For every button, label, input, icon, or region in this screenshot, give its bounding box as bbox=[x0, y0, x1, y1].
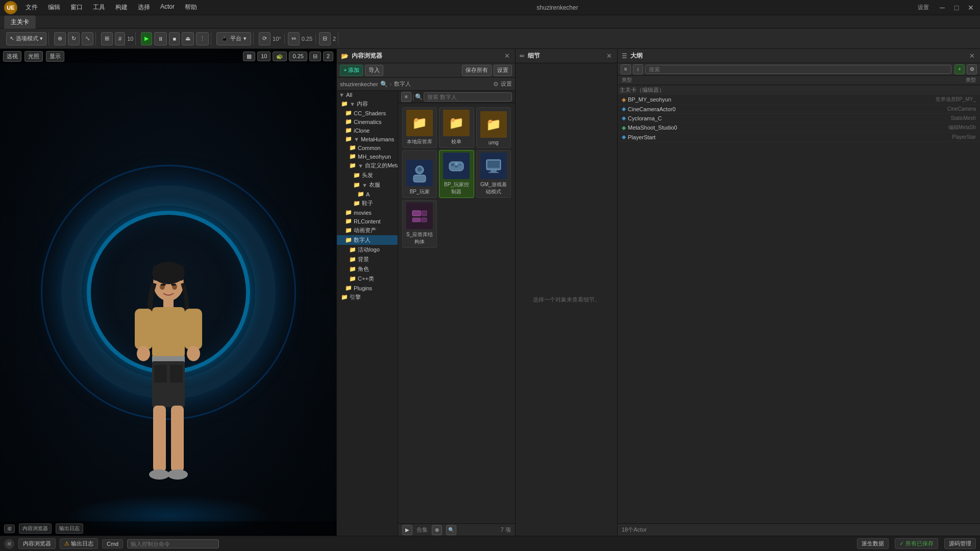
tree-item-content[interactable]: 📁 ▼ 内容 bbox=[337, 99, 398, 109]
output-log-btn[interactable]: ⚠ 输出日志 bbox=[60, 538, 98, 549]
outliner-add-btn[interactable]: + bbox=[954, 64, 965, 74]
path-search-icon[interactable]: 🔍 bbox=[380, 81, 388, 88]
stop-button[interactable]: ■ bbox=[169, 32, 180, 45]
content-browser-close[interactable]: ✕ bbox=[503, 52, 511, 60]
cb-settings-button[interactable]: 设置 bbox=[494, 65, 512, 76]
show-btn[interactable]: 显示 bbox=[46, 51, 64, 62]
outline-item-playerstart[interactable]: ◆ PlayerStart PlayerStar bbox=[618, 133, 980, 142]
asset-bp-controller[interactable]: BP_玩家控制器 bbox=[439, 150, 474, 198]
tree-item-metahumans[interactable]: 📁 ▼ MetaHumans bbox=[337, 135, 398, 143]
rotation-snap-button[interactable]: ⟳ bbox=[259, 32, 271, 45]
console-input[interactable] bbox=[127, 539, 219, 548]
perspective-btn[interactable]: 选视 bbox=[3, 51, 21, 62]
tree-item-mh[interactable]: 📁 MH_seohyun bbox=[337, 152, 398, 161]
tree-item-clothes[interactable]: 📁 ▼ 衣服 bbox=[337, 180, 398, 190]
search-input[interactable] bbox=[424, 92, 512, 102]
details-close[interactable]: ✕ bbox=[605, 52, 613, 60]
outliner-group-main[interactable]: 主关卡（编辑器） bbox=[618, 85, 980, 95]
menu-edit[interactable]: 编辑 bbox=[44, 2, 64, 13]
tab-main-level[interactable]: 主关卡 bbox=[4, 15, 36, 29]
rotate-button[interactable]: ↻ bbox=[68, 32, 80, 45]
asset-gm-mode[interactable]: GM_游戏基础模式 bbox=[476, 150, 511, 198]
content-browser-badge[interactable]: 内容浏览器 bbox=[19, 523, 52, 534]
eject-button[interactable]: ⏏ bbox=[182, 32, 194, 45]
path-root[interactable]: shuzirenkecher bbox=[340, 81, 378, 87]
outliner-settings-btn[interactable]: ⚙ bbox=[967, 64, 977, 74]
path-digital-human[interactable]: 数字人 bbox=[394, 80, 411, 88]
speed-btn[interactable]: 🐢 bbox=[273, 52, 287, 61]
outline-item-bp-seohyun[interactable]: ◆ BP_MY_seohyun 世界场景BP_MY_ bbox=[618, 95, 980, 105]
saved-btn[interactable]: ✓ 所有已保存 bbox=[895, 538, 938, 549]
play-button[interactable]: ▶ bbox=[141, 32, 152, 45]
asset-bp-player[interactable]: BP_玩家 bbox=[402, 150, 437, 198]
outline-item-cinecam[interactable]: ◆ CineCameraActor0 CineCamera bbox=[618, 105, 980, 114]
asset-school[interactable]: 📁 校单 bbox=[439, 107, 474, 148]
asset-umg[interactable]: 📁 umg bbox=[476, 107, 511, 148]
scale-snap-button[interactable]: ⇔ bbox=[288, 32, 300, 45]
asset-struct[interactable]: S_应答库结构体 bbox=[402, 200, 437, 248]
outline-item-cyclorama[interactable]: ◆ Cyclorama_C StaticMesh bbox=[618, 114, 980, 123]
tree-item-all[interactable]: ▼ All bbox=[337, 91, 398, 99]
platform-button[interactable]: 📱 平台 ▾ bbox=[216, 32, 251, 45]
menu-tools[interactable]: 工具 bbox=[89, 2, 109, 13]
tree-item-digital-human[interactable]: 📁 数字人 bbox=[337, 235, 398, 245]
path-settings-label[interactable]: 设置 bbox=[501, 80, 512, 88]
menu-select[interactable]: 选择 bbox=[134, 2, 154, 13]
filter-button[interactable]: ≡ bbox=[401, 92, 411, 102]
tree-item-cc[interactable]: 📁 CC_Shaders bbox=[337, 109, 398, 117]
layer-num-btn[interactable]: 2 bbox=[323, 52, 333, 61]
grid-num-btn[interactable]: 10 bbox=[257, 52, 271, 61]
tree-item-common[interactable]: 📁 Common bbox=[337, 143, 398, 152]
tree-item-hair[interactable]: 📁 头发 bbox=[337, 170, 398, 180]
asset-local-library[interactable]: 📁 本地应答库 bbox=[402, 107, 437, 148]
tree-item-rlcontent[interactable]: 📁 RLContent bbox=[337, 217, 398, 226]
outline-item-metashoot[interactable]: ◆ MetaShoot_Studio0 编辑MetaSh bbox=[618, 123, 980, 133]
search-collection-btn[interactable]: 🔍 bbox=[446, 525, 456, 535]
content-browser-status-btn[interactable]: 内容浏览器 bbox=[18, 538, 56, 549]
speed-val-btn[interactable]: 0.25 bbox=[289, 52, 307, 61]
minimize-button[interactable]: ─ bbox=[937, 3, 947, 13]
save-all-button[interactable]: 保存所有 bbox=[462, 65, 492, 76]
tree-item-movies[interactable]: 📁 movies bbox=[337, 208, 398, 217]
grid-type-btn[interactable]: ▦ bbox=[243, 52, 255, 61]
dots-button[interactable]: ⋮ bbox=[196, 32, 209, 45]
tree-item-custom[interactable]: 📁 ▼ 自定义的Meta bbox=[337, 161, 398, 170]
tree-item-a[interactable]: 📁 A bbox=[337, 190, 398, 198]
add-button[interactable]: + 添加 bbox=[340, 65, 363, 76]
tree-item-plugins[interactable]: 📁 Plugins bbox=[337, 284, 398, 292]
close-button[interactable]: ✕ bbox=[966, 3, 976, 13]
menu-help[interactable]: 帮助 bbox=[181, 2, 201, 13]
pause-button[interactable]: ⏸ bbox=[154, 32, 167, 45]
transform-button[interactable]: ⊕ bbox=[54, 32, 66, 45]
settings-button[interactable]: 设置 bbox=[914, 3, 933, 12]
tree-item-cinematics[interactable]: 📁 Cinematics bbox=[337, 117, 398, 126]
path-settings-icon[interactable]: ⚙ bbox=[493, 81, 499, 88]
tree-item-anim[interactable]: 📁 动画资产 bbox=[337, 226, 398, 235]
menu-build[interactable]: 构建 bbox=[111, 2, 132, 13]
menu-file[interactable]: 文件 bbox=[21, 2, 42, 13]
outliner-filter-btn[interactable]: ≡ bbox=[621, 64, 631, 74]
layer-button[interactable]: ⊟ bbox=[319, 32, 331, 45]
collections-toggle[interactable]: ▶ bbox=[402, 525, 412, 535]
maximize-button[interactable]: □ bbox=[951, 3, 962, 13]
tree-item-logo[interactable]: 📁 活动logo bbox=[337, 245, 398, 255]
add-collection-btn[interactable]: ⊕ bbox=[432, 525, 442, 535]
lighting-btn[interactable]: 光照 bbox=[24, 51, 43, 62]
tree-item-cpp[interactable]: 📁 C++类 bbox=[337, 274, 398, 284]
cmd-btn[interactable]: Cmd bbox=[102, 539, 123, 548]
outliner-close[interactable]: ✕ bbox=[968, 52, 976, 60]
outliner-sort-btn[interactable]: ↕ bbox=[633, 64, 643, 74]
select-mode-button[interactable]: ↖ 选项模式 ▾ bbox=[6, 32, 46, 45]
output-log-badge[interactable]: 输出日志 bbox=[56, 523, 83, 534]
scale-button[interactable]: ⤡ bbox=[82, 32, 93, 45]
layer-vp-btn[interactable]: ⊟ bbox=[309, 52, 321, 61]
outliner-search-input[interactable] bbox=[645, 65, 951, 74]
tree-item-role[interactable]: 📁 角色 bbox=[337, 264, 398, 274]
source-control-btn[interactable]: 源码管理 bbox=[944, 538, 976, 549]
menu-actor[interactable]: Actor bbox=[156, 2, 179, 13]
grid-snap-button[interactable]: # bbox=[115, 32, 125, 45]
import-button[interactable]: 导入 bbox=[365, 65, 383, 76]
tree-item-engine[interactable]: 📁 引擎 bbox=[337, 292, 398, 302]
snap-button[interactable]: ⊞ bbox=[101, 32, 113, 45]
tree-item-bg[interactable]: 📁 背景 bbox=[337, 255, 398, 264]
